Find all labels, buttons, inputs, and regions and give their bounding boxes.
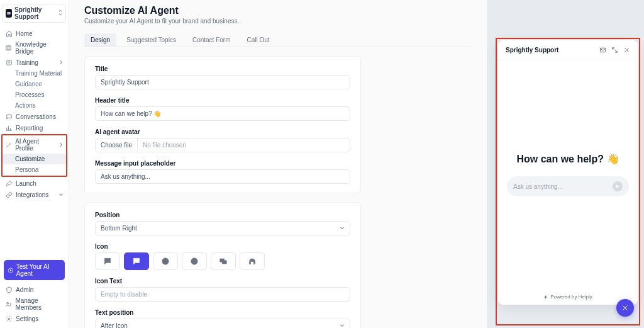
avatar-file-input[interactable]: Choose file No file choosen: [95, 138, 350, 152]
chat-widget: Sprightly Support How can we help? 👋 Ask…: [498, 40, 638, 305]
chevron-right-icon: [58, 59, 64, 66]
wand-icon: [5, 141, 12, 149]
title-input[interactable]: [95, 75, 350, 89]
chat-input-placeholder: Ask us anything...: [513, 183, 613, 190]
tab-call-out[interactable]: Call Out: [240, 33, 275, 47]
org-switcher[interactable]: Sprightly Support: [3, 4, 66, 23]
nav-training-actions[interactable]: Actions: [3, 100, 66, 111]
icon-option-question[interactable]: [182, 252, 207, 270]
nav-reporting[interactable]: Reporting: [3, 122, 66, 133]
icon-label: Icon: [95, 243, 350, 250]
nav-integrations[interactable]: Integrations: [3, 189, 66, 200]
nav-training[interactable]: Training: [3, 57, 66, 68]
placeholder-input[interactable]: [95, 169, 350, 184]
close-icon[interactable]: [623, 47, 630, 54]
text-position-select[interactable]: After Icon: [95, 319, 350, 328]
nav-label: Training: [16, 59, 38, 66]
icon-option-headset[interactable]: [240, 252, 265, 270]
test-agent-button[interactable]: Test Your AI Agent: [4, 260, 65, 280]
chart-icon: [5, 124, 13, 132]
nav-label: Manage Members: [15, 297, 64, 311]
chevron-down-icon: [340, 225, 345, 232]
chevron-down-icon: [58, 191, 64, 198]
book-icon: [5, 44, 12, 52]
nav-persona[interactable]: Persona: [3, 164, 66, 175]
users-icon: [5, 300, 12, 308]
nav-conversations[interactable]: Conversations: [3, 111, 66, 122]
position-value: Bottom Right: [101, 225, 137, 232]
nav-label: Admin: [16, 286, 33, 293]
main-content: Customize AI Agent Customize your AI Age…: [69, 0, 487, 328]
home-icon: [5, 30, 13, 37]
svg-point-4: [135, 260, 136, 261]
header-title-label: Header title: [95, 97, 350, 104]
nav-label: Reporting: [16, 125, 43, 132]
position-select[interactable]: Bottom Right: [95, 221, 350, 235]
position-label: Position: [95, 212, 350, 218]
nav-agent-profile[interactable]: AI Agent Profile: [3, 136, 66, 154]
nav-label: Settings: [16, 315, 38, 322]
tabs: Design Suggested Topics Contact Form Cal…: [84, 33, 472, 47]
nav-training-material[interactable]: Training Material: [3, 68, 66, 79]
training-icon: [5, 59, 13, 66]
tab-contact-form[interactable]: Contact Form: [186, 33, 237, 47]
org-name: Sprightly Support: [14, 6, 53, 20]
chat-input[interactable]: Ask us anything...: [507, 176, 629, 196]
icon-option-chat-bubble[interactable]: [95, 252, 120, 270]
expand-icon[interactable]: [611, 47, 618, 54]
nav-knowledge[interactable]: Knowledge Bridge: [3, 39, 66, 57]
updown-icon: [58, 9, 63, 17]
chat-title: Sprightly Support: [506, 47, 599, 54]
nav-settings[interactable]: Settings: [3, 313, 66, 324]
svg-rect-0: [6, 60, 11, 64]
svg-point-7: [162, 258, 169, 265]
nav-training-guidance[interactable]: Guidance: [3, 79, 66, 89]
icon-options: [95, 252, 350, 270]
tab-suggested-topics[interactable]: Suggested Topics: [120, 33, 182, 47]
powered-by: Powered by Helply: [550, 294, 592, 300]
icon-text-label: Icon Text: [95, 278, 350, 285]
rocket-icon: [5, 179, 13, 187]
shield-icon: [5, 286, 13, 293]
svg-point-3: [8, 318, 10, 320]
chat-header: Sprightly Support: [498, 40, 638, 60]
nav-training-processes[interactable]: Processes: [3, 89, 66, 100]
nav-label: AI Agent Profile: [15, 138, 55, 152]
mail-icon[interactable]: [599, 47, 606, 54]
header-title-input[interactable]: [95, 106, 350, 121]
highlight-agent-profile: AI Agent Profile Customize Persona: [1, 134, 67, 177]
icon-text-input[interactable]: [95, 287, 350, 302]
svg-point-2: [7, 302, 9, 304]
svg-rect-10: [222, 261, 226, 264]
svg-rect-11: [600, 48, 605, 52]
link-icon: [5, 191, 13, 198]
chat-icon: [5, 113, 13, 120]
launcher-fab[interactable]: [616, 299, 634, 317]
card-branding: Title Header title AI agent avatar Choos…: [84, 56, 361, 193]
tab-design[interactable]: Design: [84, 33, 116, 47]
icon-option-smiley[interactable]: [153, 252, 178, 270]
nav-launch[interactable]: Launch: [3, 178, 66, 189]
nav-admin[interactable]: Admin: [3, 284, 66, 295]
icon-option-chat-filled[interactable]: [124, 252, 149, 270]
send-icon: [615, 184, 620, 189]
nav-home[interactable]: Home: [3, 28, 66, 39]
send-button[interactable]: [613, 181, 623, 191]
avatar-label: AI agent avatar: [95, 128, 350, 135]
file-status: No file choosen: [138, 139, 191, 152]
nav-customize[interactable]: Customize: [3, 154, 66, 164]
test-agent-label: Test Your AI Agent: [16, 263, 61, 277]
nav-label: Home: [16, 30, 33, 37]
icon-option-messages[interactable]: [211, 252, 236, 270]
choose-file-button[interactable]: Choose file: [96, 139, 138, 152]
page-title: Customize AI Agent: [84, 5, 472, 16]
text-position-label: Text position: [95, 309, 350, 316]
nav-members[interactable]: Manage Members: [3, 295, 66, 313]
page-subtitle: Customize your AI Agent to fit your bran…: [84, 18, 472, 25]
svg-point-5: [136, 260, 137, 261]
sidebar: Sprightly Support Home Knowledge Bridge …: [0, 0, 69, 328]
preview-pane: Sprightly Support How can we help? 👋 Ask…: [487, 0, 644, 328]
title-label: Title: [95, 65, 350, 72]
play-circle-icon: [8, 267, 14, 274]
nav-label: Integrations: [16, 191, 48, 198]
